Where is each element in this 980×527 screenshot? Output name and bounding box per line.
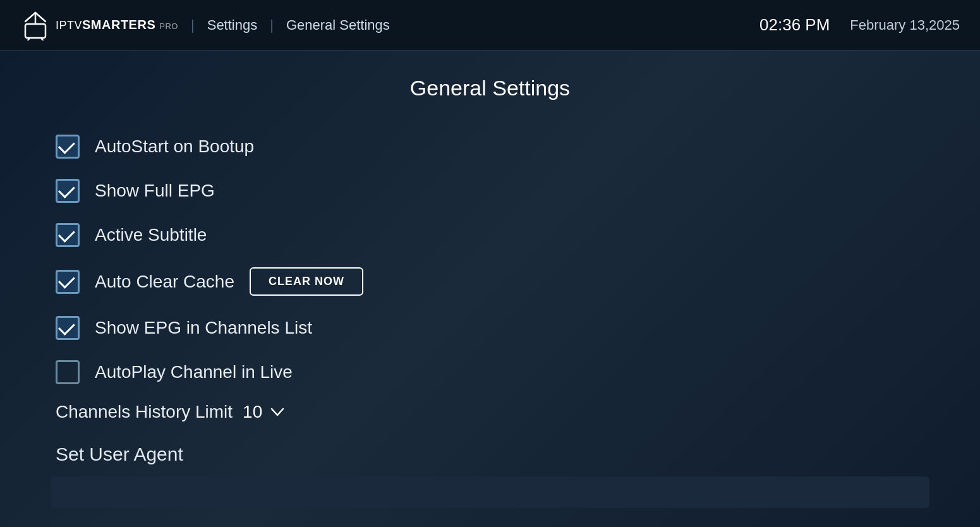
svg-line-1: [35, 13, 45, 21]
logo-text: IPTVSMARTERS PRO: [56, 18, 178, 32]
history-limit-select[interactable]: 10: [243, 402, 286, 422]
svg-line-0: [25, 13, 35, 21]
time-display: 02:36 PM: [759, 15, 830, 35]
topbar-left: IPTVSMARTERS PRO | Settings | General Se…: [20, 10, 390, 40]
nav-settings[interactable]: Settings: [207, 17, 258, 33]
setting-label-autoplay-channel: AutoPlay Channel in Live: [95, 362, 293, 382]
history-limit-label: Channels History Limit: [56, 402, 233, 422]
logo-iptv: IPTV: [56, 19, 82, 32]
user-agent-bar[interactable]: [51, 476, 929, 508]
setting-item-autostart: AutoStart on Bootup: [51, 126, 929, 167]
divider-1: |: [191, 17, 195, 33]
setting-item-show-epg-channels: Show EPG in Channels List: [51, 307, 929, 349]
setting-label-autostart: AutoStart on Bootup: [95, 136, 254, 157]
history-limit-row: Channels History Limit 10: [51, 393, 929, 431]
setting-item-show-full-epg: Show Full EPG: [51, 170, 929, 212]
chevron-down-icon: [269, 403, 286, 421]
svg-rect-3: [25, 24, 45, 38]
set-user-agent-title: Set User Agent: [51, 431, 929, 474]
checkbox-autoplay-channel[interactable]: [56, 360, 80, 384]
clear-now-button[interactable]: CLEAR NOW: [250, 267, 363, 296]
setting-item-active-subtitle: Active Subtitle: [51, 214, 929, 256]
main-content: General Settings AutoStart on Bootup Sho…: [0, 51, 980, 527]
logo-pro: PRO: [159, 21, 178, 31]
divider-2: |: [270, 17, 274, 33]
setting-label-show-epg-channels: Show EPG in Channels List: [95, 318, 312, 338]
logo-smarters: SMARTERS: [82, 18, 155, 32]
setting-item-autoplay-channel: AutoPlay Channel in Live: [51, 351, 929, 393]
topbar: IPTVSMARTERS PRO | Settings | General Se…: [0, 0, 980, 51]
checkbox-show-epg-channels[interactable]: [56, 316, 80, 340]
checkbox-autostart[interactable]: [56, 135, 80, 159]
checkbox-active-subtitle[interactable]: [56, 223, 80, 247]
checkbox-show-full-epg[interactable]: [56, 179, 80, 203]
logo-icon: [20, 10, 51, 40]
logo-area: IPTVSMARTERS PRO: [20, 10, 178, 40]
setting-item-auto-clear-cache: Auto Clear Cache CLEAR NOW: [51, 258, 929, 305]
checkbox-auto-clear-cache[interactable]: [56, 270, 80, 294]
settings-list: AutoStart on Bootup Show Full EPG Active…: [51, 126, 929, 393]
setting-label-show-full-epg: Show Full EPG: [95, 181, 215, 201]
date-display: February 13,2025: [850, 17, 960, 33]
nav-general-settings[interactable]: General Settings: [286, 17, 390, 33]
page-title: General Settings: [51, 76, 929, 100]
history-limit-value: 10: [243, 402, 262, 422]
topbar-right: 02:36 PM February 13,2025: [759, 15, 960, 35]
setting-label-active-subtitle: Active Subtitle: [95, 225, 207, 245]
setting-label-auto-clear-cache: Auto Clear Cache: [95, 272, 234, 292]
